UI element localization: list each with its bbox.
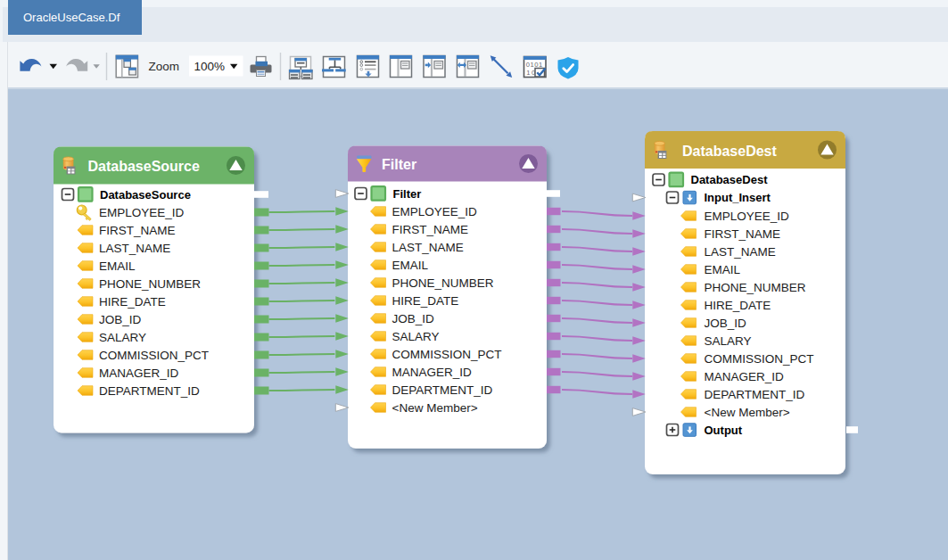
svg-text:FIRST_NAME: FIRST_NAME (392, 223, 469, 236)
svg-text:SALARY: SALARY (392, 330, 440, 343)
svg-text:EMPLOYEE_ID: EMPLOYEE_ID (99, 206, 185, 219)
svg-text:MANAGER_ID: MANAGER_ID (705, 370, 785, 383)
svg-text:<New Member>: <New Member> (392, 401, 478, 415)
svg-text:HIRE_DATE: HIRE_DATE (392, 294, 459, 308)
svg-text:LAST_NAME: LAST_NAME (392, 241, 464, 254)
svg-text:LAST_NAME: LAST_NAME (99, 242, 170, 255)
svg-text:EMAIL: EMAIL (705, 263, 741, 276)
svg-text:<New Member>: <New Member> (705, 406, 790, 419)
svg-text:PHONE_NUMBER: PHONE_NUMBER (99, 277, 201, 291)
svg-text:PHONE_NUMBER: PHONE_NUMBER (392, 276, 494, 290)
svg-text:LAST_NAME: LAST_NAME (705, 245, 776, 259)
svg-text:DEPARTMENT_ID: DEPARTMENT_ID (392, 383, 493, 397)
svg-text:100%: 100% (194, 60, 226, 73)
svg-text:JOB_ID: JOB_ID (99, 313, 142, 326)
svg-text:EMPLOYEE_ID: EMPLOYEE_ID (392, 205, 478, 218)
svg-text:SALARY: SALARY (99, 331, 146, 344)
svg-text:MANAGER_ID: MANAGER_ID (99, 366, 179, 380)
svg-text:EMAIL: EMAIL (99, 259, 136, 273)
svg-text:DatabaseDest: DatabaseDest (682, 144, 778, 159)
svg-text:DEPARTMENT_ID: DEPARTMENT_ID (99, 384, 200, 398)
svg-text:0101: 0101 (526, 61, 543, 69)
svg-text:MANAGER_ID: MANAGER_ID (392, 366, 473, 379)
svg-text:DEPARTMENT_ID: DEPARTMENT_ID (705, 388, 805, 401)
svg-text:EMAIL: EMAIL (392, 259, 429, 272)
svg-text:DatabaseDest: DatabaseDest (691, 173, 769, 186)
svg-text:HIRE_DATE: HIRE_DATE (705, 299, 771, 312)
svg-text:DatabaseSource: DatabaseSource (100, 188, 191, 202)
svg-text:SALARY: SALARY (705, 334, 752, 348)
svg-text:PHONE_NUMBER: PHONE_NUMBER (705, 281, 806, 294)
svg-text:EMPLOYEE_ID: EMPLOYEE_ID (705, 210, 790, 223)
svg-text:FIRST_NAME: FIRST_NAME (705, 227, 781, 241)
svg-text:Output: Output (705, 424, 743, 437)
svg-text:HIRE_DATE: HIRE_DATE (99, 295, 166, 309)
svg-text:JOB_ID: JOB_ID (705, 317, 747, 330)
svg-text:Input_Insert: Input_Insert (705, 191, 771, 204)
svg-text:DatabaseSource: DatabaseSource (88, 159, 200, 174)
svg-text:FIRST_NAME: FIRST_NAME (99, 224, 176, 237)
svg-text:COMMISSION_PCT: COMMISSION_PCT (99, 349, 209, 362)
svg-text:Filter: Filter (393, 187, 422, 201)
svg-text:Zoom: Zoom (149, 60, 180, 73)
svg-text:COMMISSION_PCT: COMMISSION_PCT (705, 352, 814, 366)
svg-text:COMMISSION_PCT: COMMISSION_PCT (392, 348, 502, 361)
svg-text:Filter: Filter (382, 157, 416, 172)
svg-text:JOB_ID: JOB_ID (392, 312, 435, 325)
